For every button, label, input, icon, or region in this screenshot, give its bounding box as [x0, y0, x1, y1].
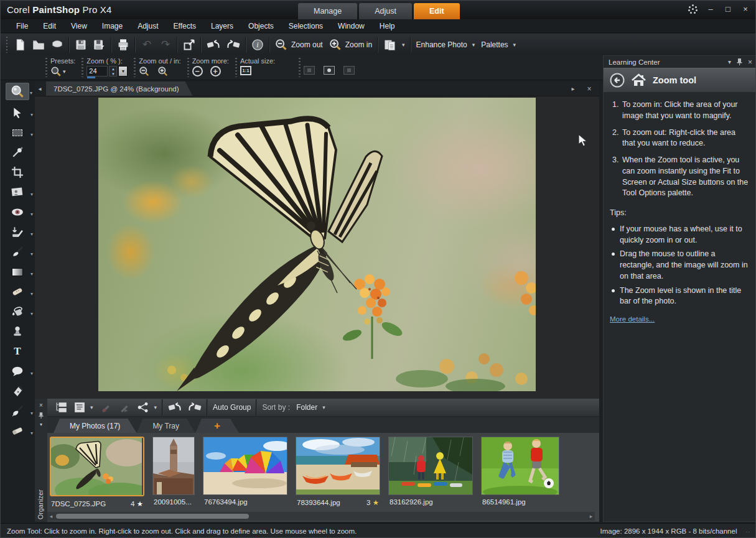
- pen-tool[interactable]: [6, 383, 29, 400]
- print-button[interactable]: [114, 35, 133, 54]
- minimize-button[interactable]: –: [706, 4, 716, 15]
- scan-button[interactable]: [48, 35, 67, 54]
- save-button[interactable]: [72, 35, 90, 54]
- scrollbar-thumb[interactable]: [56, 514, 249, 519]
- resize-grip[interactable]: ∙∙: [745, 528, 750, 535]
- share-button[interactable]: ▾: [134, 398, 161, 417]
- new-image-button[interactable]: [11, 35, 29, 54]
- text-tool[interactable]: T: [6, 343, 29, 360]
- eraser-tool[interactable]: ▾: [6, 422, 29, 440]
- sort-by-dropdown[interactable]: Folder▾: [293, 398, 329, 417]
- org-rotate-left-button[interactable]: [165, 398, 185, 417]
- panel-close-icon[interactable]: ×: [748, 58, 752, 67]
- navigation-panel-button[interactable]: [52, 398, 71, 417]
- paint-brush-tool[interactable]: ▾: [6, 243, 29, 261]
- document-close-button[interactable]: ×: [584, 85, 594, 93]
- menu-selections[interactable]: Selections: [282, 20, 330, 32]
- tab-scroll-left-button[interactable]: ◂: [35, 81, 45, 96]
- zoom-tool[interactable]: ▾: [6, 83, 29, 100]
- organizer-menu-button[interactable]: ▾: [71, 398, 96, 417]
- redo-button[interactable]: ↷: [156, 35, 175, 54]
- open-button[interactable]: [29, 35, 48, 54]
- picture-tube-tool[interactable]: ▾: [6, 363, 29, 380]
- tab-manage[interactable]: Manage: [298, 3, 357, 19]
- menu-image[interactable]: Image: [95, 20, 129, 32]
- save-as-button[interactable]: [90, 35, 109, 54]
- menu-window[interactable]: Window: [331, 20, 371, 32]
- thumbnail-20091005[interactable]: 20091005...: [152, 437, 195, 506]
- thumbnail-83162926[interactable]: 83162926.jpg: [388, 437, 473, 506]
- zoom-more-in-button[interactable]: +: [210, 66, 221, 77]
- enhance-photo-button[interactable]: Enhance Photo▾: [413, 35, 478, 54]
- image-info-button[interactable]: i: [248, 35, 267, 54]
- organizer-scrollbar[interactable]: ◂ ▸: [47, 512, 595, 521]
- zoom-preset-dropdown[interactable]: ▼: [118, 66, 128, 77]
- actual-size-button[interactable]: 1:1: [240, 66, 251, 75]
- scroll-left-arrow[interactable]: ◂: [47, 513, 55, 519]
- resize-button[interactable]: [180, 35, 198, 54]
- org-rotate-right-button[interactable]: [185, 398, 205, 417]
- pick-tool[interactable]: ▾: [6, 104, 29, 121]
- straighten-tool[interactable]: ▾: [6, 183, 29, 201]
- menu-effects[interactable]: Effects: [167, 20, 203, 32]
- maximize-button[interactable]: □: [723, 4, 733, 15]
- corel-guide-icon[interactable]: [688, 4, 698, 14]
- menu-help[interactable]: Help: [373, 20, 402, 32]
- photo-butterfly-image[interactable]: [98, 98, 536, 391]
- back-button[interactable]: [610, 73, 625, 88]
- zoom-out-button[interactable]: Zoom out: [272, 35, 326, 54]
- tab-adjust[interactable]: Adjust: [359, 3, 412, 19]
- presets-dropdown[interactable]: ▾: [50, 66, 66, 77]
- zoom-out-small-button[interactable]: [139, 66, 150, 77]
- tab-edit[interactable]: Edit: [414, 3, 460, 19]
- zoom-more-out-button[interactable]: −: [192, 66, 203, 77]
- dropper-tool[interactable]: [6, 144, 29, 161]
- center-image-button[interactable]: [324, 66, 335, 75]
- menu-edit[interactable]: Edit: [36, 20, 63, 32]
- zoom-spinner[interactable]: ▲▼: [109, 66, 117, 77]
- thumbnail-86514961[interactable]: 86514961.jpg: [481, 437, 559, 506]
- thumbnail-78393644[interactable]: 78393644.jpg 3 ★: [296, 437, 380, 507]
- menu-adjust[interactable]: Adjust: [131, 20, 165, 32]
- palettes-button[interactable]: Palettes▾: [478, 35, 519, 54]
- apply-edits-button[interactable]: [115, 398, 134, 417]
- smudge-tool[interactable]: ▾: [6, 402, 29, 420]
- rotate-right-button[interactable]: [223, 35, 243, 54]
- tab-scroll-right-button[interactable]: ▸: [568, 85, 578, 92]
- tab-my-photos[interactable]: My Photos (17): [54, 419, 136, 433]
- organizer-pin-icon[interactable]: [39, 412, 44, 419]
- organizer-collapse-icon[interactable]: ▾: [35, 422, 47, 427]
- home-button[interactable]: [631, 73, 646, 87]
- makeover-tool[interactable]: ▾: [6, 223, 29, 241]
- edit-photo-button[interactable]: [96, 398, 115, 417]
- close-button[interactable]: ×: [740, 4, 750, 15]
- fit-window-button[interactable]: [304, 66, 315, 75]
- gradient-fill-swatch[interactable]: ▾: [6, 263, 29, 281]
- selection-tool[interactable]: ▾: [6, 124, 29, 141]
- menu-objects[interactable]: Objects: [241, 20, 281, 32]
- zoom-percent-input[interactable]: 24: [86, 66, 108, 77]
- blemish-fixer-tool[interactable]: ▾: [6, 283, 29, 300]
- fit-image-button[interactable]: [343, 66, 355, 75]
- thumbnail-7dsc-0725[interactable]: 7DSC_0725.JPG 4 ★: [50, 437, 144, 508]
- scroll-right-arrow[interactable]: ▸: [587, 513, 595, 519]
- more-details-link[interactable]: More details...: [610, 314, 655, 324]
- zoom-in-small-button[interactable]: [157, 66, 169, 77]
- pin-icon[interactable]: [737, 58, 742, 65]
- zoom-in-button[interactable]: Zoom in: [326, 35, 375, 54]
- rotate-left-button[interactable]: [203, 35, 223, 54]
- thumbnail-76763494[interactable]: 76763494.jpg: [203, 437, 287, 506]
- flood-fill-tool[interactable]: ▾: [6, 303, 29, 320]
- tab-my-tray[interactable]: My Tray: [136, 419, 195, 433]
- document-tab[interactable]: 7DSC_0725.JPG @ 24% (Background): [46, 81, 193, 96]
- clone-stamp-tool[interactable]: [6, 323, 29, 340]
- duplicate-dropdown-button[interactable]: ▾: [380, 35, 408, 54]
- auto-group-button[interactable]: Auto Group: [210, 398, 254, 417]
- red-eye-tool[interactable]: ▾: [6, 203, 29, 221]
- crop-tool[interactable]: [6, 164, 29, 181]
- add-tray-tab[interactable]: +: [195, 419, 239, 433]
- menu-file[interactable]: File: [9, 20, 35, 32]
- toolbar-grip[interactable]: [5, 37, 9, 53]
- organizer-close-icon[interactable]: ×: [35, 402, 47, 409]
- menu-view[interactable]: View: [64, 20, 94, 32]
